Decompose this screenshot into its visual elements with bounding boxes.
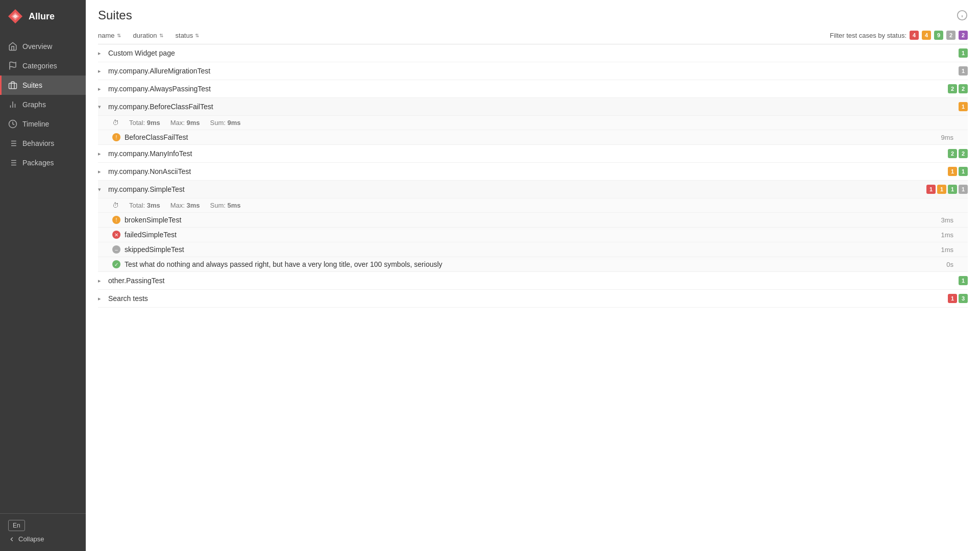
suite-badge: 1 bbox=[948, 185, 957, 194]
suite-name: Custom Widget page bbox=[108, 49, 175, 57]
col-header-name[interactable]: name ⇅ bbox=[98, 32, 121, 39]
suite-item: ▸Custom Widget page1 bbox=[98, 44, 968, 62]
collapse-button[interactable]: Collapse bbox=[8, 535, 78, 543]
suite-expanded-content: ⏱ Total: 3ms Max: 3ms Sum: 5ms!brokenSim… bbox=[98, 198, 968, 272]
language-button[interactable]: En bbox=[8, 520, 25, 531]
test-name: BeforeClassFailTest bbox=[125, 133, 188, 141]
suite-badge: 1 bbox=[959, 276, 968, 285]
sidebar-item-behaviors-label: Behaviors bbox=[22, 139, 54, 147]
status-dot-failed: ✕ bbox=[112, 231, 120, 239]
info-icon[interactable] bbox=[957, 10, 968, 21]
sidebar-item-categories-label: Categories bbox=[22, 62, 57, 70]
chevron-icon: ▸ bbox=[98, 168, 105, 175]
suite-row[interactable]: ▸my.company.AllureMigrationTest1 bbox=[98, 62, 968, 80]
suite-badge: 1 bbox=[926, 185, 936, 194]
test-row[interactable]: ✕failedSimpleTest1ms bbox=[98, 227, 968, 242]
nav-menu: Overview Categories Suites Graph bbox=[0, 33, 86, 513]
packages-icon bbox=[8, 158, 17, 167]
suite-name: my.company.SimpleTest bbox=[108, 185, 185, 193]
col-status-label: status bbox=[176, 32, 193, 39]
suite-badge: 2 bbox=[959, 84, 968, 93]
list-icon bbox=[8, 139, 17, 148]
page-title: Suites bbox=[98, 8, 132, 22]
suite-badge: 1 bbox=[937, 185, 946, 194]
content-area: Suites name ⇅ duration ⇅ status bbox=[86, 0, 980, 551]
sidebar-item-timeline[interactable]: Timeline bbox=[0, 114, 86, 134]
filter-badge-passed[interactable]: 9 bbox=[934, 31, 943, 40]
suite-item: ▾my.company.BeforeClassFailTest1⏱ Total:… bbox=[98, 98, 968, 145]
suite-item: ▸my.company.ManyInfoTest22 bbox=[98, 145, 968, 163]
suite-row[interactable]: ▾my.company.SimpleTest1111 bbox=[98, 181, 968, 198]
duration-sort-arrows: ⇅ bbox=[159, 33, 163, 38]
suite-name: my.company.BeforeClassFailTest bbox=[108, 103, 213, 111]
col-header-duration[interactable]: duration ⇅ bbox=[133, 32, 163, 39]
suite-badge: 1 bbox=[959, 185, 968, 194]
status-dot-broken: ! bbox=[112, 133, 120, 141]
stats-sum: Sum: 5ms bbox=[210, 202, 241, 209]
suite-badge: 1 bbox=[948, 167, 957, 176]
test-name: Test what do nothing and always passed r… bbox=[125, 260, 443, 268]
filter-badge-unknown[interactable]: 2 bbox=[959, 31, 968, 40]
chevron-icon: ▸ bbox=[98, 86, 105, 92]
suite-row[interactable]: ▸Custom Widget page1 bbox=[98, 44, 968, 62]
app-title: Allure bbox=[29, 11, 55, 22]
stats-max: Max: 3ms bbox=[170, 202, 200, 209]
test-name: brokenSimpleTest bbox=[125, 216, 181, 224]
sidebar-item-behaviors[interactable]: Behaviors bbox=[0, 134, 86, 153]
suite-name: other.PassingTest bbox=[108, 277, 165, 285]
chevron-left-icon bbox=[8, 536, 15, 543]
suite-row[interactable]: ▸Search tests13 bbox=[98, 290, 968, 308]
filter-badge-broken[interactable]: 4 bbox=[922, 31, 931, 40]
sidebar-item-suites[interactable]: Suites bbox=[0, 76, 86, 95]
suite-row[interactable]: ▸my.company.NonAsciiTest11 bbox=[98, 163, 968, 181]
filter-badge-failed[interactable]: 4 bbox=[910, 31, 919, 40]
table-header: name ⇅ duration ⇅ status ⇅ Filter test c… bbox=[98, 31, 968, 44]
test-duration: 3ms bbox=[933, 216, 953, 224]
suite-badge: 2 bbox=[948, 84, 957, 93]
suite-stats-row: ⏱ Total: 9ms Max: 9ms Sum: 9ms bbox=[98, 116, 968, 130]
sidebar-item-packages[interactable]: Packages bbox=[0, 153, 86, 172]
suite-item: ▸Search tests13 bbox=[98, 290, 968, 308]
filter-row: Filter test cases by status: 4 4 9 2 2 bbox=[830, 31, 968, 40]
test-row[interactable]: !brokenSimpleTest3ms bbox=[98, 212, 968, 227]
test-row[interactable]: ✓Test what do nothing and always passed … bbox=[98, 257, 968, 271]
suite-badge: 1 bbox=[959, 102, 968, 111]
main-content: Suites name ⇅ duration ⇅ status bbox=[86, 0, 980, 551]
suite-badge: 2 bbox=[959, 149, 968, 158]
filter-badge-skipped[interactable]: 2 bbox=[946, 31, 955, 40]
sidebar-item-overview[interactable]: Overview bbox=[0, 37, 86, 56]
suite-item: ▸other.PassingTest1 bbox=[98, 272, 968, 290]
test-row[interactable]: –skippedSimpleTest1ms bbox=[98, 242, 968, 257]
table-columns: name ⇅ duration ⇅ status ⇅ bbox=[98, 32, 199, 39]
test-duration: 9ms bbox=[933, 134, 953, 141]
sidebar-item-categories[interactable]: Categories bbox=[0, 56, 86, 76]
status-sort-arrows: ⇅ bbox=[195, 33, 199, 38]
stats-sum: Sum: 9ms bbox=[210, 119, 241, 127]
suite-stats-row: ⏱ Total: 3ms Max: 3ms Sum: 5ms bbox=[98, 198, 968, 212]
sidebar-footer: En Collapse bbox=[0, 513, 86, 551]
page-title-row: Suites bbox=[98, 8, 968, 22]
suite-badge: 1 bbox=[959, 66, 968, 76]
col-name-label: name bbox=[98, 32, 115, 39]
suite-name: my.company.AllureMigrationTest bbox=[108, 67, 210, 75]
suite-row[interactable]: ▸my.company.ManyInfoTest22 bbox=[98, 145, 968, 163]
chevron-icon: ▸ bbox=[98, 50, 105, 57]
suite-name: my.company.ManyInfoTest bbox=[108, 149, 192, 158]
suite-row[interactable]: ▸my.company.AlwaysPassingTest22 bbox=[98, 80, 968, 98]
suite-name: my.company.AlwaysPassingTest bbox=[108, 85, 211, 93]
suite-row[interactable]: ▸other.PassingTest1 bbox=[98, 272, 968, 290]
test-duration: 0s bbox=[933, 261, 953, 268]
status-dot-passed: ✓ bbox=[112, 260, 120, 268]
suite-expanded-content: ⏱ Total: 9ms Max: 9ms Sum: 9ms!BeforeCla… bbox=[98, 116, 968, 145]
test-row[interactable]: !BeforeClassFailTest9ms bbox=[98, 130, 968, 144]
clock-icon bbox=[8, 119, 17, 129]
suite-name: Search tests bbox=[108, 294, 148, 303]
col-header-status[interactable]: status ⇅ bbox=[176, 32, 200, 39]
sidebar-item-overview-label: Overview bbox=[22, 42, 52, 51]
suite-row[interactable]: ▾my.company.BeforeClassFailTest1 bbox=[98, 98, 968, 116]
sidebar-logo: Allure bbox=[0, 0, 86, 33]
stats-clock-icon: ⏱ bbox=[112, 202, 119, 209]
suite-item: ▾my.company.SimpleTest1111⏱ Total: 3ms M… bbox=[98, 181, 968, 272]
sidebar-item-graphs[interactable]: Graphs bbox=[0, 95, 86, 114]
allure-logo-icon bbox=[7, 8, 23, 24]
